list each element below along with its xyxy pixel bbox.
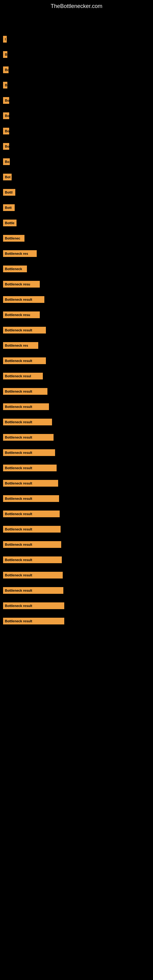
bar-row-13: Bott [3,204,15,212]
bar-label-28: Bottleneck result [3,434,54,441]
bar-spacer-22: Bottleneck res [3,336,150,351]
bar-row-14: Bottle [3,219,16,227]
bar-row-33: Bottleneck result [3,510,60,518]
bar-row-38: Bottleneck result [3,586,63,595]
bars-container: IBBoBBoBoBoBoBoBotBottlBottBottleBottlen… [0,11,153,630]
bar-spacer-39: Bottleneck result [3,596,150,611]
bar-label-5: B [3,82,7,89]
bar-row-30: Bottleneck result [3,464,57,472]
bar-label-33: Bottleneck result [3,511,60,517]
bar-spacer-6: Bo [3,91,150,106]
bar-label-6: Bo [3,97,9,104]
bar-row-19: Bottleneck result [3,295,45,304]
bar-label-26: Bottleneck result [3,403,49,410]
bar-label-4: Bo [3,67,9,73]
bar-row-8: Bo [3,127,9,135]
bar-spacer-27: Bottleneck result [3,412,150,428]
bar-spacer-8: Bo [3,121,150,137]
bar-label-24: Bottleneck resul [3,373,43,379]
bar-spacer-11: Bot [3,167,150,183]
bar-spacer-17: Bottleneck [3,259,150,274]
bar-spacer-33: Bottleneck result [3,504,150,519]
bar-row-31: Bottleneck result [3,479,58,488]
bar-spacer-4: Bo [3,60,150,75]
bar-spacer-20: Bottleneck resu [3,305,150,320]
bar-label-9: Bo [3,143,9,150]
bar-row-39: Bottleneck result [3,601,64,610]
bar-label-10: Bo [3,158,10,165]
bar-row-28: Bottleneck result [3,433,54,442]
bar-label-18: Bottleneck resu [3,281,40,288]
bar-row-26: Bottleneck result [3,402,49,411]
bar-label-22: Bottleneck res [3,342,38,349]
bar-spacer-21: Bottleneck result [3,320,150,336]
bar-label-25: Bottleneck result [3,388,48,395]
bar-label-31: Bottleneck result [3,480,58,487]
bar-spacer-35: Bottleneck result [3,535,150,550]
bar-spacer-18: Bottleneck resu [3,274,150,290]
bar-row-2: I [3,35,7,43]
bar-row-22: Bottleneck res [3,341,38,350]
bar-row-5: B [3,81,7,89]
bar-label-37: Bottleneck result [3,572,63,579]
site-title: TheBottlenecker.com [0,0,153,11]
bar-label-32: Bottleneck result [3,495,59,502]
bar-label-15: Bottlenec [3,235,24,242]
bar-spacer-29: Bottleneck result [3,443,150,458]
bar-label-8: Bo [3,128,9,134]
bar-spacer-25: Bottleneck result [3,382,150,397]
bar-label-16: Bottleneck res [3,250,37,257]
bar-label-23: Bottleneck result [3,357,46,364]
bar-spacer-40: Bottleneck result [3,611,150,627]
bar-row-4: Bo [3,65,9,74]
bar-label-11: Bot [3,173,12,180]
bar-spacer-14: Bottle [3,213,150,229]
bar-spacer-28: Bottleneck result [3,428,150,443]
bar-row-9: Bo [3,142,9,151]
bar-row-25: Bottleneck result [3,387,48,396]
bar-row-3: B [3,50,7,59]
bar-label-14: Bottle [3,220,16,226]
bar-row-15: Bottlenec [3,234,24,243]
bar-row-36: Bottleneck result [3,555,62,564]
bar-row-23: Bottleneck result [3,356,46,365]
bar-spacer-19: Bottleneck result [3,290,150,305]
bar-spacer-3: B [3,45,150,60]
bar-label-35: Bottleneck result [3,541,61,548]
bar-row-32: Bottleneck result [3,494,59,503]
bar-spacer-38: Bottleneck result [3,581,150,596]
bar-row-11: Bot [3,173,12,181]
bar-spacer-12: Bottl [3,183,150,198]
bar-label-34: Bottleneck result [3,526,61,533]
bar-label-36: Bottleneck result [3,557,62,563]
bar-label-20: Bottleneck resu [3,312,40,318]
bar-spacer-7: Bo [3,106,150,121]
bar-label-17: Bottleneck [3,266,27,272]
bar-row-27: Bottleneck result [3,418,52,426]
bar-row-6: Bo [3,96,9,105]
bar-spacer-37: Bottleneck result [3,565,150,581]
bar-spacer-16: Bottleneck res [3,244,150,259]
bar-spacer-23: Bottleneck result [3,351,150,366]
bar-spacer-1 [3,14,150,29]
bar-row-24: Bottleneck resul [3,372,43,380]
bar-row-17: Bottleneck [3,265,27,273]
bar-row-29: Bottleneck result [3,449,55,457]
bar-label-38: Bottleneck result [3,587,63,594]
bar-label-39: Bottleneck result [3,602,64,609]
bar-label-30: Bottleneck result [3,465,57,471]
bar-label-27: Bottleneck result [3,418,52,425]
bar-row-21: Bottleneck result [3,326,46,334]
bar-label-29: Bottleneck result [3,449,55,456]
bar-label-19: Bottleneck result [3,296,45,303]
bar-label-3: B [3,51,7,58]
bar-row-35: Bottleneck result [3,540,61,549]
bar-row-18: Bottleneck resu [3,280,40,288]
bar-row-10: Bo [3,158,10,166]
bar-row-37: Bottleneck result [3,571,63,579]
bar-spacer-10: Bo [3,152,150,167]
bar-spacer-26: Bottleneck result [3,397,150,412]
bar-label-12: Bottl [3,189,15,196]
bar-spacer-13: Bott [3,198,150,213]
bar-spacer-30: Bottleneck result [3,458,150,474]
